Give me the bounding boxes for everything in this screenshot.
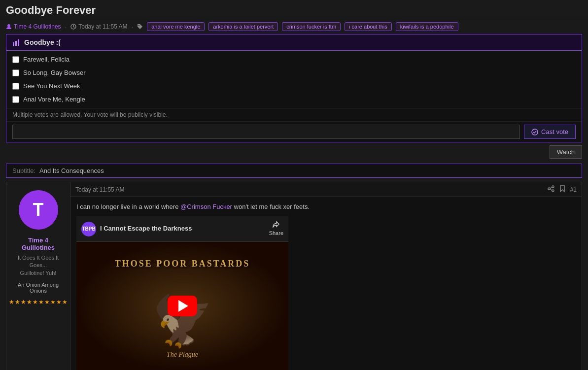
user-title: An Onion AmongOnions — [18, 282, 59, 294]
post-sidebar: T Time 4Guillotines It Goes It Goes It G… — [6, 182, 70, 370]
svg-point-7 — [552, 190, 554, 192]
check-circle-icon — [531, 129, 538, 135]
user-stars: ★★★★★★★★★★ — [9, 299, 68, 305]
play-triangle — [178, 300, 188, 312]
poll-note: Multiple votes are allowed. Your vote wi… — [6, 108, 582, 121]
share-icon[interactable] — [548, 185, 554, 194]
poll-option-label-1: So Long, Gay Bowser — [23, 69, 85, 76]
meta-row: Time 4 Guillotines · Today at 11:55 AM ·… — [0, 19, 588, 34]
user-icon — [6, 24, 12, 30]
post-timestamp: Today at 11:55 AM — [75, 186, 124, 193]
tag-0[interactable]: anal vore me kengle — [147, 22, 205, 31]
yt-share-button[interactable]: Share — [269, 220, 283, 238]
watch-row: Watch — [0, 142, 588, 162]
poll-option-3[interactable]: Anal Vore Me, Kengle — [6, 93, 582, 106]
yt-channel-icon: TBPB — [81, 222, 96, 236]
user-tagline: It Goes It Goes It Goes...Guillotine! Yu… — [10, 254, 66, 277]
yt-video-title: I Cannot Escape the Darkness — [100, 224, 265, 234]
svg-point-6 — [552, 186, 554, 188]
post-mention[interactable]: @Crimson Fucker — [180, 203, 232, 210]
page-header: Goodbye Forever — [0, 0, 588, 19]
svg-point-8 — [548, 188, 550, 190]
poll-checkbox-0[interactable] — [12, 56, 19, 63]
post-body: I can no longer live in a world where @C… — [70, 197, 582, 370]
meta-separator: · — [65, 23, 67, 31]
poll-option-label-3: Anal Vore Me, Kengle — [23, 96, 85, 103]
meta-time: Today at 11:55 AM — [70, 23, 127, 30]
yt-thumbnail[interactable]: THOSE POOR BASTARDS 🦅 The Plague — [76, 242, 288, 370]
post-meta-bar: Today at 11:55 AM #1 — [70, 182, 582, 197]
yt-header: TBPB I Cannot Escape the Darkness Share — [76, 216, 288, 242]
meta-user[interactable]: Time 4 Guillotines — [6, 23, 61, 30]
tag-1[interactable]: arkomia is a toilet pervert — [208, 22, 278, 31]
poll-checkbox-3[interactable] — [12, 96, 19, 103]
poll-checkbox-1[interactable] — [12, 69, 19, 76]
subtitle-value: And Its Consequences — [39, 167, 104, 174]
username[interactable]: Time 4Guillotines — [22, 236, 55, 251]
tag-icon — [137, 24, 143, 30]
svg-rect-2 — [13, 42, 14, 46]
svg-point-0 — [7, 24, 10, 27]
post-action-icons: #1 — [548, 185, 577, 194]
bookmark-icon[interactable] — [559, 185, 565, 194]
poll-option-2[interactable]: See You Next Week — [6, 79, 582, 93]
poll-option-1[interactable]: So Long, Gay Bowser — [6, 66, 582, 79]
poll-option-label-2: See You Next Week — [23, 82, 80, 90]
poll-options: Farewell, Felicia So Long, Gay Bowser Se… — [6, 51, 582, 108]
chart-icon — [12, 38, 20, 46]
post-content: Today at 11:55 AM #1 I can no longer liv… — [70, 182, 582, 370]
post-text: I can no longer live in a world where @C… — [76, 202, 576, 212]
share-arrow-icon — [272, 220, 280, 228]
page-title: Goodbye Forever — [6, 4, 582, 17]
tag-3[interactable]: i care about this — [345, 22, 392, 31]
poll-option-label-0: Farewell, Felicia — [23, 56, 69, 63]
tag-4[interactable]: kiwifails is a pedophile — [396, 22, 458, 31]
avatar: T — [19, 190, 58, 230]
subtitle-bar: Subtitle: And Its Consequences — [6, 164, 582, 178]
vote-input[interactable] — [12, 125, 520, 139]
poll-vote-row: Cast vote — [6, 121, 582, 142]
yt-band-text: THOSE POOR BASTARDS — [76, 257, 288, 271]
post-number: #1 — [570, 186, 577, 193]
post-area: T Time 4Guillotines It Goes It Goes It G… — [6, 182, 582, 370]
svg-rect-4 — [18, 39, 19, 46]
meta-separator2: · — [132, 23, 134, 31]
clock-icon — [70, 24, 76, 30]
yt-play-button[interactable] — [168, 296, 197, 316]
watch-button[interactable]: Watch — [550, 145, 582, 159]
poll-header: Goodbye :( — [6, 34, 582, 51]
poll-title: Goodbye :( — [24, 38, 61, 46]
poll-checkbox-2[interactable] — [12, 83, 19, 90]
svg-rect-3 — [15, 41, 17, 46]
youtube-embed: TBPB I Cannot Escape the Darkness Share … — [76, 216, 288, 370]
poll-section: Goodbye :( Farewell, Felicia So Long, Ga… — [6, 34, 582, 142]
cast-vote-button[interactable]: Cast vote — [524, 125, 576, 139]
yt-creature-art: 🦅 — [152, 281, 213, 360]
subtitle-label: Subtitle: — [12, 167, 35, 174]
tag-2[interactable]: crimson fucker is ftm — [282, 22, 341, 31]
poll-option-0[interactable]: Farewell, Felicia — [6, 53, 582, 66]
